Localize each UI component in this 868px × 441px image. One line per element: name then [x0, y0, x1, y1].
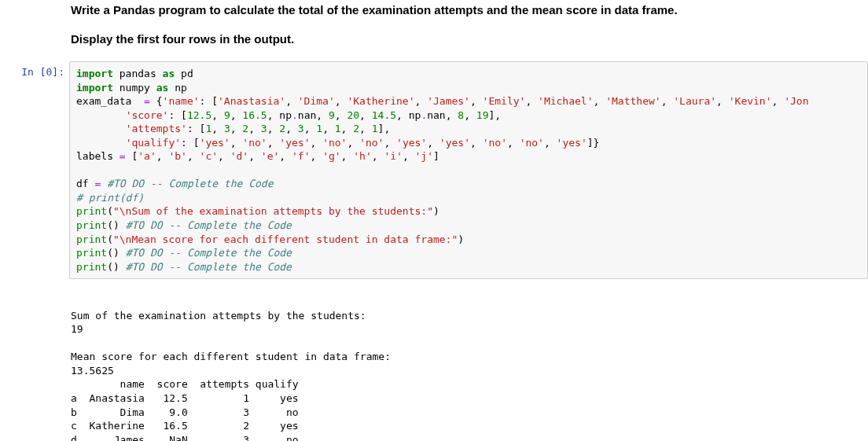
output-area: Sum of the examination attempts by the s…	[69, 282, 868, 441]
problem-heading-1: Write a Pandas program to calculate the …	[0, 0, 868, 20]
input-prompt: In [0]:	[0, 61, 69, 78]
todo-comment: #TO DO -- Complete the Code	[126, 247, 292, 259]
todo-comment: #TO DO -- Complete the Code	[126, 261, 292, 273]
problem-heading-2: Display the first four rows in the outpu…	[0, 20, 868, 58]
kw-import: import	[76, 82, 113, 94]
code-cell: In [0]: import pandas as pd import numpy…	[0, 58, 868, 282]
kw-as: as	[156, 82, 169, 94]
todo-comment: #TO DO -- Complete the Code	[107, 178, 273, 189]
todo-comment: #TO DO -- Complete the Code	[126, 219, 292, 231]
comment-printdf: # print(df)	[76, 192, 144, 204]
code-editor[interactable]: import pandas as pd import numpy as np e…	[69, 61, 868, 279]
kw-as: as	[163, 68, 175, 79]
kw-import: import	[76, 68, 113, 79]
